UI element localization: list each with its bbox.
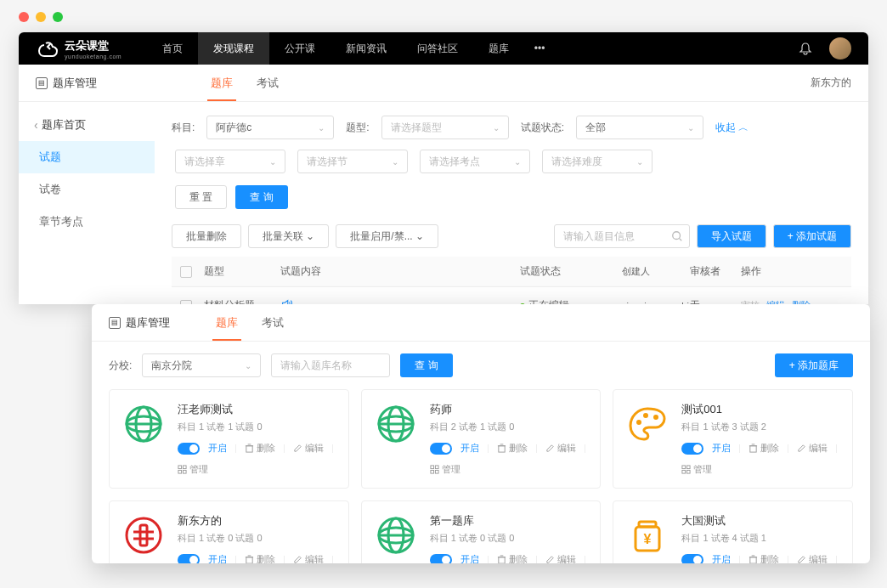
card-title: 新东方的 [178, 513, 336, 529]
branch-select[interactable]: 南京分院 ⌄ [142, 353, 261, 377]
edit-action[interactable]: 编辑 [293, 442, 324, 455]
delete-action[interactable]: 删除 [749, 442, 779, 455]
batch-link-button[interactable]: 批量关联 ⌄ [248, 224, 329, 248]
card-meta: 科目 1 试卷 1 试题 0 [178, 421, 336, 433]
edit-action[interactable]: 编辑 [545, 442, 576, 455]
w2-tab[interactable]: 题库 [204, 304, 250, 341]
bank-card: ¥ 大国测试 科目 1 试卷 4 试题 1 开启 删除 编辑 [613, 500, 853, 563]
search-input[interactable] [554, 224, 690, 248]
sidebar-item[interactable]: 试卷 [19, 173, 155, 206]
sidebar-item[interactable]: 试题 [19, 141, 155, 173]
edit-icon [545, 555, 555, 563]
toggle-label: 开启 [208, 553, 227, 563]
svg-rect-38 [246, 557, 252, 563]
section-select[interactable]: 请选择节 ⌄ [297, 150, 408, 173]
questions-table: 题型 试题内容 试题状态 创建人 审核者 操作 材料分析题 正在编辑 xiaoq… [172, 257, 851, 304]
delete-action[interactable]: 删除 [245, 553, 275, 563]
sidebar-item[interactable]: 章节考点 [19, 206, 155, 238]
branch-label: 分校: [109, 359, 132, 373]
trash-icon [245, 444, 254, 453]
manage-action[interactable]: 管理 [430, 463, 460, 476]
enable-toggle[interactable] [681, 443, 703, 455]
collapse-link[interactable]: 收起 ︿ [715, 121, 749, 135]
svg-text:¥: ¥ [644, 532, 652, 546]
avatar[interactable] [829, 37, 851, 59]
card-meta: 科目 1 试卷 0 试题 0 [178, 532, 336, 545]
delete-action[interactable]: 删除 [245, 442, 275, 455]
nav-item[interactable]: 公开课 [269, 32, 331, 65]
edit-action[interactable]: 编辑 [545, 553, 576, 563]
tab[interactable]: 考试 [245, 65, 291, 101]
card-title: 汪老师测试 [178, 402, 336, 417]
delete-action[interactable]: 删除 [497, 442, 528, 455]
maximize-dot[interactable] [53, 12, 63, 22]
nav-item[interactable]: 问答社区 [402, 32, 473, 65]
batch-delete-button[interactable]: 批量删除 [172, 224, 241, 248]
subheader: ▤ 题库管理 题库考试 新东方的 [19, 65, 868, 102]
bank-name-input[interactable] [271, 353, 390, 377]
subject-select[interactable]: 阿萨德c ⌄ [206, 116, 334, 139]
card-icon [374, 402, 418, 446]
w2-search-button[interactable]: 查 询 [400, 353, 452, 377]
reset-button[interactable]: 重 置 [175, 185, 227, 209]
enable-toggle[interactable] [178, 554, 200, 564]
trash-icon [497, 444, 506, 453]
svg-rect-11 [178, 470, 182, 473]
add-button[interactable]: + 添加试题 [773, 224, 851, 248]
window-back: 云朵课堂 yunduoketang.com 首页发现课程公开课新闻资讯问答社区题… [19, 32, 868, 304]
subheader-right-text: 新东方的 [811, 76, 851, 90]
chapter-select[interactable]: 请选择章 ⌄ [175, 150, 285, 173]
status-select[interactable]: 全部 ⌄ [576, 116, 703, 139]
edit-action[interactable]: 编辑 [797, 442, 828, 455]
nav-more[interactable]: ••• [524, 42, 555, 54]
nav-item[interactable]: 题库 [473, 32, 524, 65]
svg-rect-35 [140, 525, 147, 546]
import-button[interactable]: 导入试题 [697, 224, 766, 248]
type-select[interactable]: 请选择题型 ⌄ [381, 116, 509, 139]
tab[interactable]: 题库 [199, 65, 245, 101]
bank-card: 第一题库 科目 1 试卷 0 试题 0 开启 删除 编辑 管理 [361, 500, 602, 563]
select-all-checkbox[interactable] [180, 266, 192, 278]
minimize-dot[interactable] [36, 12, 46, 22]
edit-action[interactable]: 编辑 [293, 553, 324, 563]
enable-toggle[interactable] [430, 554, 452, 564]
chevron-down-icon: ⌄ [269, 157, 276, 167]
point-select[interactable]: 请选择考点 ⌄ [420, 150, 530, 173]
main-content: 科目: 阿萨德c ⌄ 题型: 请选择题型 ⌄ 试题状态: 全部 ⌄ 收起 ︿ [155, 102, 868, 304]
card-icon [374, 513, 418, 557]
back-link[interactable]: ‹ 题库首页 [19, 109, 155, 141]
svg-rect-27 [750, 446, 756, 452]
window-front: ▤ 题库管理 题库考试 分校: 南京分院 ⌄ 查 询 + 添加题库 汪老师测试 … [92, 304, 870, 563]
card-meta: 科目 1 试卷 3 试题 2 [681, 421, 840, 433]
enable-toggle[interactable] [681, 554, 703, 564]
manage-action[interactable]: 管理 [681, 463, 712, 476]
chevron-down-icon: ⌄ [306, 230, 314, 242]
svg-rect-17 [498, 446, 504, 452]
row-reviewer: 无 [690, 298, 741, 304]
bell-icon[interactable] [799, 42, 812, 55]
add-bank-button[interactable]: + 添加题库 [775, 353, 853, 377]
edit-action[interactable]: 编辑 [797, 553, 828, 563]
svg-rect-49 [498, 557, 504, 563]
delete-action[interactable]: 删除 [497, 553, 528, 563]
logo[interactable]: 云朵课堂 yunduoketang.com [36, 38, 121, 59]
w2-tab[interactable]: 考试 [250, 304, 296, 341]
enable-toggle[interactable] [178, 443, 200, 455]
chevron-down-icon: ⌄ [392, 157, 398, 167]
chevron-down-icon: ⌄ [245, 361, 251, 370]
toggle-label: 开启 [460, 553, 479, 563]
batch-enable-button[interactable]: 批量启用/禁... ⌄ [336, 224, 438, 248]
manage-action[interactable]: 管理 [178, 463, 208, 476]
difficulty-select[interactable]: 请选择难度 ⌄ [542, 150, 653, 173]
nav-item[interactable]: 新闻资讯 [331, 32, 402, 65]
grid-icon [178, 465, 187, 474]
svg-rect-22 [431, 470, 434, 473]
search-button[interactable]: 查 询 [235, 185, 287, 209]
delete-action[interactable]: 删除 [749, 553, 779, 563]
nav-item[interactable]: 首页 [147, 32, 198, 65]
enable-toggle[interactable] [430, 443, 452, 455]
close-dot[interactable] [19, 12, 29, 22]
top-header: 云朵课堂 yunduoketang.com 首页发现课程公开课新闻资讯问答社区题… [19, 32, 868, 65]
nav-item[interactable]: 发现课程 [198, 32, 269, 65]
svg-rect-23 [435, 470, 438, 473]
